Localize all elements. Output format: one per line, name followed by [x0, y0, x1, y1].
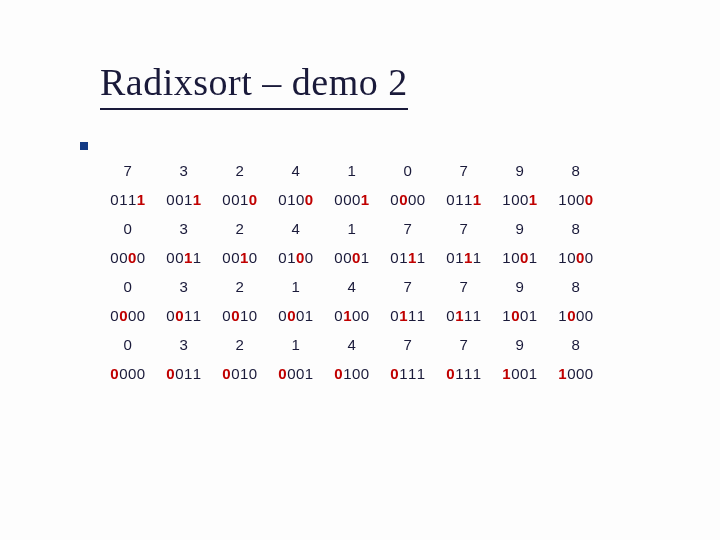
bit: 0 [585, 365, 594, 382]
table-cell: 0001 [324, 185, 380, 214]
bit: 1 [193, 307, 202, 324]
bit: 0 [296, 365, 305, 382]
table-cell: 7 [380, 272, 436, 301]
bit: 1 [529, 365, 538, 382]
bit: 0 [110, 191, 119, 208]
bit: 0 [287, 307, 296, 324]
bit: 0 [334, 307, 343, 324]
bit: 0 [128, 307, 137, 324]
bit: 0 [231, 191, 240, 208]
bit: 0 [231, 307, 240, 324]
bit: 0 [175, 307, 184, 324]
bit: 0 [352, 191, 361, 208]
table-cell: 8 [548, 272, 604, 301]
table-cell: 0111 [436, 243, 492, 272]
bit: 0 [576, 365, 585, 382]
bit: 1 [455, 365, 464, 382]
bit: 0 [511, 365, 520, 382]
bit: 1 [502, 307, 511, 324]
bit: 0 [222, 307, 231, 324]
bit: 0 [249, 307, 258, 324]
table-cell: 7 [380, 214, 436, 243]
bit: 0 [334, 191, 343, 208]
bit: 1 [305, 365, 314, 382]
bit: 1 [558, 307, 567, 324]
bit: 1 [305, 307, 314, 324]
table-cell: 7 [100, 156, 156, 185]
bit: 0 [446, 249, 455, 266]
table-cell: 0100 [268, 243, 324, 272]
bit: 0 [278, 191, 287, 208]
bit: 1 [408, 307, 417, 324]
decimal-row: 032147798 [100, 272, 604, 301]
bit: 1 [455, 307, 464, 324]
bit: 0 [585, 249, 594, 266]
radix-table: 7324107980111001100100100000100000111100… [100, 156, 604, 388]
table-cell: 0000 [380, 185, 436, 214]
bit: 1 [408, 365, 417, 382]
bit: 0 [585, 191, 594, 208]
table-cell: 0 [100, 214, 156, 243]
bit: 0 [249, 365, 258, 382]
bit: 1 [464, 249, 473, 266]
bit: 0 [511, 249, 520, 266]
bit: 0 [390, 365, 399, 382]
table-cell: 1 [268, 272, 324, 301]
bit: 1 [502, 365, 511, 382]
bit: 0 [446, 191, 455, 208]
table-cell: 0100 [324, 359, 380, 388]
table-cell: 0011 [156, 243, 212, 272]
bit: 1 [184, 307, 193, 324]
bit: 0 [137, 249, 146, 266]
bit: 0 [567, 365, 576, 382]
bit: 0 [520, 365, 529, 382]
slide: Radixsort – demo 2 732410798011100110010… [0, 0, 720, 540]
bit: 0 [390, 249, 399, 266]
bit: 1 [473, 249, 482, 266]
bit: 1 [193, 365, 202, 382]
bit: 1 [240, 249, 249, 266]
table-cell: 0011 [156, 185, 212, 214]
bit: 1 [240, 365, 249, 382]
table-cell: 0111 [380, 359, 436, 388]
bit: 1 [473, 365, 482, 382]
bit: 0 [408, 191, 417, 208]
table-cell: 0010 [212, 185, 268, 214]
bullet-icon [80, 142, 88, 150]
title-underline: Radixsort – demo 2 [100, 60, 408, 110]
table-cell: 9 [492, 330, 548, 359]
bit: 0 [249, 249, 258, 266]
bit: 0 [446, 307, 455, 324]
bit: 0 [390, 191, 399, 208]
bit: 1 [193, 249, 202, 266]
bit: 1 [361, 191, 370, 208]
table-cell: 1001 [492, 243, 548, 272]
bit: 0 [417, 191, 426, 208]
bit: 0 [352, 249, 361, 266]
bit: 1 [287, 249, 296, 266]
page-title: Radixsort – demo 2 [100, 61, 408, 103]
bit: 1 [417, 307, 426, 324]
table-cell: 4 [268, 156, 324, 185]
bit: 0 [119, 365, 128, 382]
bit: 1 [529, 307, 538, 324]
table-cell: 0000 [100, 301, 156, 330]
bit: 0 [576, 191, 585, 208]
bit: 1 [184, 365, 193, 382]
bit: 0 [278, 307, 287, 324]
table-cell: 0010 [212, 359, 268, 388]
table-cell: 0011 [156, 301, 212, 330]
table-cell: 2 [212, 330, 268, 359]
bit: 0 [175, 249, 184, 266]
table-cell: 3 [156, 156, 212, 185]
table-cell: 3 [156, 214, 212, 243]
bit: 1 [417, 365, 426, 382]
bit: 1 [473, 307, 482, 324]
table-cell: 0 [380, 156, 436, 185]
bit: 1 [184, 249, 193, 266]
table-cell: 8 [548, 214, 604, 243]
bit: 0 [296, 249, 305, 266]
table-cell: 7 [436, 214, 492, 243]
content-block: 7324107980111001100100100000100000111100… [100, 138, 720, 388]
bit: 0 [278, 365, 287, 382]
